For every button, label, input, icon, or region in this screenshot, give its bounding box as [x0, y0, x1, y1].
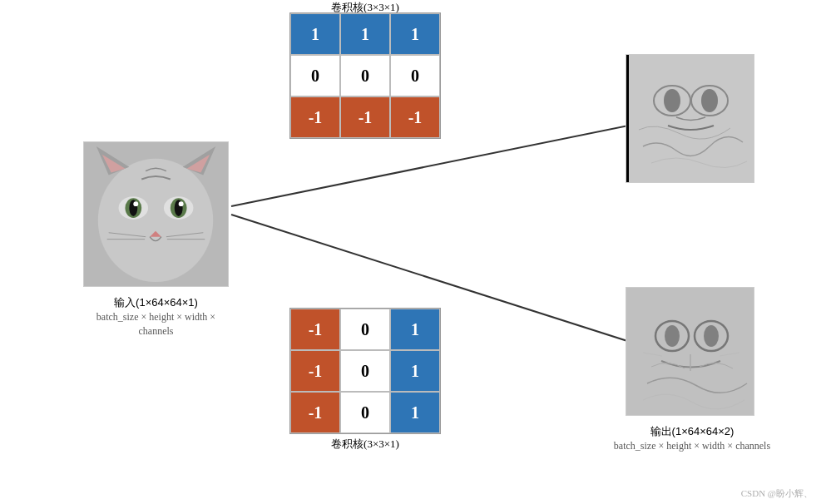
- output-image-bottom: [626, 287, 754, 416]
- kernel-bottom-label-text: 卷积核(3×3×1): [331, 437, 399, 450]
- kernel-cell-3: 0: [290, 55, 340, 96]
- kernel-cell-8: 1: [390, 392, 440, 433]
- svg-rect-28: [626, 288, 754, 416]
- kernel-cell-5: 0: [390, 55, 440, 96]
- kernel-cell-5: 1: [390, 350, 440, 392]
- kernel-cell-0: -1: [290, 309, 340, 350]
- svg-rect-23: [626, 55, 629, 183]
- kernel-cell-6: -1: [290, 96, 340, 138]
- input-label-line1: 输入(1×64×64×1): [83, 295, 229, 310]
- kernel-cell-2: 1: [390, 309, 440, 350]
- kernel-cell-7: 0: [340, 392, 390, 433]
- watermark-text: CSDN @盼小辉、: [741, 488, 813, 498]
- svg-point-32: [704, 325, 719, 347]
- svg-point-16: [179, 201, 184, 206]
- kernel-bottom-grid: -101-101-101: [289, 308, 441, 434]
- kernel-cell-0: 1: [290, 13, 340, 55]
- output-label-line1: 输出(1×64×64×2): [596, 424, 788, 439]
- kernel-cell-2: 1: [390, 13, 440, 55]
- input-label-line2: batch_size × height × width × channels: [83, 310, 229, 338]
- kernel-top-label-text: 卷积核(3×3×1): [331, 1, 399, 13]
- kernel-cell-3: -1: [290, 350, 340, 392]
- kernel-cell-8: -1: [390, 96, 440, 138]
- watermark: CSDN @盼小辉、: [741, 487, 813, 500]
- kernel-cell-1: 0: [340, 309, 390, 350]
- svg-point-15: [133, 201, 138, 206]
- output-label-line2: batch_size × height × width × channels: [596, 439, 788, 453]
- svg-rect-22: [626, 55, 754, 183]
- cat-image: [83, 141, 229, 287]
- kernel-bottom-label: 卷积核(3×3×1): [289, 437, 441, 452]
- output-label: 输出(1×64×64×2) batch_size × height × widt…: [596, 424, 788, 453]
- kernel-cell-4: 0: [340, 55, 390, 96]
- kernel-cell-1: 1: [340, 13, 390, 55]
- svg-point-27: [701, 89, 718, 112]
- kernel-cell-4: 0: [340, 350, 390, 392]
- kernel-cell-6: -1: [290, 392, 340, 433]
- svg-point-26: [664, 89, 680, 112]
- kernel-cell-7: -1: [340, 96, 390, 138]
- svg-point-31: [665, 325, 680, 347]
- output-image-top: [626, 54, 754, 183]
- main-container: 输入(1×64×64×1) batch_size × height × widt…: [0, 0, 821, 504]
- input-label: 输入(1×64×64×1) batch_size × height × widt…: [83, 295, 229, 338]
- kernel-top-grid: 111000-1-1-1: [289, 12, 441, 139]
